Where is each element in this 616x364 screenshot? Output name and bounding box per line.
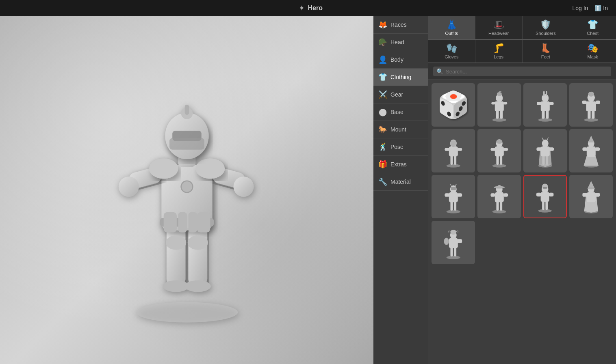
pose-icon: 🕺	[378, 142, 387, 151]
outfits-tab-label: Outfits	[445, 31, 458, 36]
sidebar-item-mount[interactable]: 🐎 Mount	[373, 121, 428, 138]
svg-rect-39	[537, 102, 541, 105]
svg-rect-118	[457, 239, 462, 243]
svg-rect-23	[163, 212, 176, 232]
topbar-right: Log In ℹ️ In	[572, 5, 608, 11]
sidebar: 🦊 Races 🪖 Head 👤 Body 👕 Clothing ⚔️ Gear…	[373, 16, 428, 364]
svg-rect-78	[595, 147, 600, 151]
tab-legs[interactable]: 🦵 Legs	[475, 40, 523, 62]
sidebar-label-body: Body	[390, 56, 403, 63]
gear-icon: ⚔️	[378, 90, 387, 99]
svg-rect-56	[445, 148, 449, 151]
legs-tab-label: Legs	[494, 54, 503, 59]
svg-rect-49	[596, 100, 600, 104]
hero-star-icon: ✦	[299, 4, 305, 13]
svg-rect-25	[188, 212, 197, 232]
svg-rect-100	[536, 193, 541, 196]
svg-rect-97	[542, 201, 544, 210]
svg-point-14	[195, 158, 225, 179]
shoulders-tab-icon: 🛡️	[540, 19, 551, 30]
sidebar-item-clothing[interactable]: 👕 Clothing	[373, 69, 428, 86]
svg-rect-109	[582, 193, 587, 197]
base-icon: ⬤	[378, 108, 387, 116]
svg-rect-77	[582, 147, 587, 151]
svg-rect-99	[541, 192, 549, 202]
svg-rect-46	[592, 110, 594, 118]
svg-point-52	[446, 164, 460, 168]
char-figure-2	[528, 88, 563, 123]
sidebar-item-head[interactable]: 🪖 Head	[373, 34, 428, 51]
races-icon: 🦊	[378, 20, 387, 29]
sidebar-label-material: Material	[390, 179, 411, 185]
svg-rect-29	[500, 110, 503, 118]
svg-point-44	[584, 118, 598, 122]
tab-shoulders[interactable]: 🛡️ Shoulders	[523, 16, 570, 39]
grid-item-dice[interactable]: 🎲	[432, 83, 475, 127]
head-icon: 🪖	[378, 38, 387, 47]
tab-feet[interactable]: 👢 Feet	[523, 40, 570, 62]
grid-item-2[interactable]	[523, 83, 567, 127]
svg-rect-90	[500, 201, 502, 211]
svg-rect-114	[450, 247, 453, 256]
grid-item-3[interactable]	[569, 83, 613, 127]
char-figure-7	[574, 134, 609, 168]
grid-item-8[interactable]	[432, 175, 475, 218]
search-icon: 🔍	[436, 68, 443, 75]
tab-chest[interactable]: 👕 Chest	[569, 16, 616, 39]
gloves-tab-label: Gloves	[445, 54, 458, 59]
svg-rect-87	[451, 187, 455, 190]
character-figure	[110, 52, 264, 328]
login-button[interactable]: Log In	[572, 5, 588, 11]
svg-rect-62	[495, 146, 503, 156]
svg-rect-69	[540, 146, 549, 156]
char-figure-8	[436, 179, 471, 214]
grid-item-11[interactable]	[569, 175, 613, 218]
svg-point-51	[588, 91, 594, 96]
tab-gloves[interactable]: 🧤 Gloves	[428, 40, 475, 62]
feet-tab-label: Feet	[541, 54, 550, 59]
tab-outfits[interactable]: 👗 Outfits	[428, 16, 475, 39]
svg-rect-36	[542, 110, 544, 118]
mount-icon: 🐎	[378, 125, 387, 134]
grid-item-5[interactable]	[477, 129, 521, 172]
svg-rect-101	[549, 193, 554, 196]
svg-rect-83	[449, 192, 458, 202]
svg-rect-70	[536, 147, 541, 151]
grid-item-7[interactable]	[569, 129, 613, 172]
svg-rect-28	[496, 110, 499, 118]
search-input-wrapper: 🔍	[433, 67, 611, 76]
svg-rect-31	[491, 102, 495, 104]
sidebar-item-extras[interactable]: 🎁 Extras	[373, 156, 428, 173]
search-bar: 🔍	[428, 63, 616, 80]
grid-item-12[interactable]	[432, 221, 475, 264]
grid-item-10-selected[interactable]	[523, 175, 567, 218]
grid-item-6[interactable]	[523, 129, 567, 172]
tab-headwear[interactable]: 🎩 Headwear	[475, 16, 523, 39]
svg-rect-81	[450, 201, 453, 211]
tab-mask[interactable]: 🎭 Mask	[569, 40, 616, 62]
search-input[interactable]	[446, 69, 608, 75]
sidebar-item-body[interactable]: 👤 Body	[373, 51, 428, 69]
sidebar-item-material[interactable]: 🔧 Material	[373, 173, 428, 191]
topbar-title: Hero	[308, 4, 323, 12]
sidebar-item-base[interactable]: ⬤ Base	[373, 103, 428, 121]
chest-tab-icon: 👕	[587, 19, 598, 30]
char-figure-12	[436, 225, 471, 260]
grid-item-4[interactable]	[432, 129, 475, 172]
svg-rect-40	[549, 102, 553, 105]
svg-rect-84	[445, 193, 449, 197]
clothing-icon: 👕	[378, 73, 387, 82]
sidebar-item-pose[interactable]: 🕺 Pose	[373, 138, 428, 156]
svg-rect-42	[543, 91, 545, 96]
sidebar-item-gear[interactable]: ⚔️ Gear	[373, 86, 428, 103]
grid-area: 🎲	[428, 80, 616, 364]
svg-point-120	[450, 230, 456, 235]
topbar: ✦ Hero Log In ℹ️ In	[0, 0, 616, 16]
svg-rect-38	[540, 101, 549, 111]
dice-icon: 🎲	[437, 90, 470, 120]
info-button[interactable]: ℹ️ In	[594, 5, 608, 11]
grid-item-9[interactable]	[477, 175, 521, 218]
outfits-tab-icon: 👗	[446, 19, 457, 30]
sidebar-item-races[interactable]: 🦊 Races	[373, 16, 428, 34]
grid-item-1[interactable]	[477, 83, 521, 127]
